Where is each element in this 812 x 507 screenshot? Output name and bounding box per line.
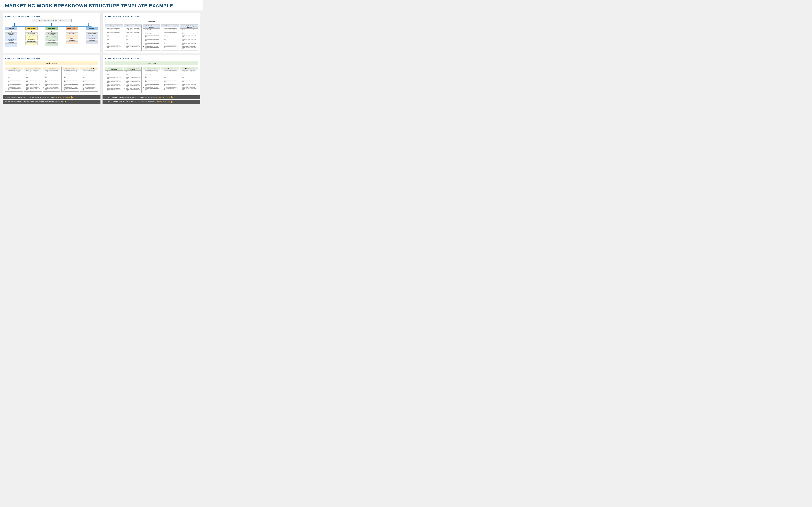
sub-newsletter: Newsletter [66, 42, 78, 44]
col-body-tv: Provide details to communicate specific … [80, 69, 98, 92]
col-header-social-camp: Social Media Campaigns [24, 67, 42, 69]
branch-media: Media Planning Ad Campaigns Social Media… [26, 27, 38, 45]
activity3-col-engage-influencers: Engage Influencers Provide details to co… [180, 67, 198, 93]
sub-engage-followers: Engage Followers [46, 42, 58, 44]
footer-activity3-plain: EXAMPLE MARKETING CAMPAIGN WORK BREAKDOW… [105, 97, 155, 98]
col-header-manage-social: Manage Social Media Accounts [124, 67, 141, 71]
footer-activity3-highlight: ACTIVITY 3, TASKS [156, 97, 169, 98]
sub-ad-campaigns: Ad Campaigns [26, 33, 38, 35]
footer-activity2-highlight: ACTIVITY 2, TASKS [56, 97, 70, 98]
activity3-col-manage: Manage Social Media Accounts Provide det… [124, 67, 142, 93]
footer-activity2: EXAMPLE MARKETING CAMPAIGN WORK BREAKDOW… [3, 95, 100, 99]
activity3-col-develop: Develop Content Provide details to commu… [143, 67, 160, 93]
col-body-digital: Provide details to communicate specific … [62, 69, 79, 92]
sub-analyze-consumer: Analyze Consumer Behavior [5, 38, 17, 41]
col-header-platforms: Identify Marketing Platforms [180, 25, 198, 29]
col-header-develop-content: Develop Content [143, 67, 160, 69]
col-body-poll: Provide details to communicate specific … [161, 27, 179, 49]
sub-digital-campaigns: Digital Campaigns [26, 41, 38, 43]
quadrant-activity1: MARKETING CAMPAIGN PROJECT BETA Research… [103, 13, 200, 53]
sub-email-marketing: Email Marketing [66, 40, 78, 42]
wbs-root-box: MARKETING CAMPAIGN PROJECT BETA [32, 19, 71, 22]
branch-label-social: Social Media [46, 27, 58, 30]
col-header-assess: Assess Competition [124, 25, 141, 27]
branch-label-research: Research [5, 27, 17, 30]
col-body-identify: Provide details to communicate specific … [105, 27, 123, 49]
col-header-poll: Poll Audience [161, 25, 179, 27]
footer-triangle-overview [65, 100, 66, 103]
branch-label-reporting: Reporting [86, 27, 98, 30]
col-body-engage-followers: Provide details to communicate specific … [161, 69, 179, 92]
col-body-assess: Provide details to communicate specific … [124, 27, 141, 49]
branch-social: Social Media Create Social Media Account… [46, 27, 58, 46]
branch-content: Content Creation Blog Posts Infographics… [66, 27, 78, 44]
quadrant-overview: MARKETING CAMPAIGN PROJECT BETA MARKETIN… [3, 13, 100, 53]
sub-manage-social: Manage Social Media Accounts [46, 36, 58, 39]
sub-client-meeting: Client Meeting [86, 37, 98, 39]
col-header-ad: Ad Campaigns [5, 67, 23, 69]
activity1-header: MARKETING CAMPAIGN PROJECT BETA [105, 16, 198, 17]
sub-social-media-campaigns: Social Media Campaigns [26, 35, 38, 38]
quadrant-activity2: MARKETING CAMPAIGN PROJECT BETA Media Pl… [3, 55, 100, 95]
col-header-engage-influencers: Engage Influencers [180, 67, 198, 69]
col-body-develop-content: Provide details to communicate specific … [143, 69, 160, 92]
sub-videos: Videos [66, 37, 78, 39]
sub-tv-radio: TV/Radio Campaigns [26, 43, 38, 45]
footer-activity2-plain: EXAMPLE MARKETING CAMPAIGN WORK BREAKDOW… [5, 97, 55, 98]
activity1-section-header: Research [105, 19, 198, 23]
wbs-root-container: MARKETING CAMPAIGN PROJECT BETA [5, 19, 98, 22]
col-body-analyze: Provide details to communicate specific … [143, 29, 160, 51]
branch-research: Research Identify Target Audience Assess… [5, 27, 17, 47]
wbs-overview-diagram: MARKETING CAMPAIGN PROJECT BETA Research [5, 19, 98, 47]
sub-survey-audience: Survey Audience [86, 33, 98, 35]
activity2-col-digital: Digital Campaigns Provide details to com… [61, 67, 79, 92]
activity1-col-assess: Assess Competition Provide details to co… [124, 24, 142, 51]
branch-reporting: Reporting Survey Audience Survey Client … [86, 27, 98, 44]
sub-identify-target: Identify Target Audience [5, 33, 17, 36]
col-header-identify: Identify Target Audience [105, 25, 123, 27]
sub-print-campaigns: Print Campaigns [26, 38, 38, 40]
col-body-create-social: Provide details to communicate specific … [105, 71, 123, 93]
col-body-ad: Provide details to communicate specific … [5, 69, 23, 92]
activity1-col-analyze: Analyze Consumer Behavior Provide detail… [143, 24, 160, 51]
col-header-digital: Digital Campaigns [62, 67, 79, 69]
activity2-col-social: Social Media Campaigns Provide details t… [24, 67, 42, 92]
footer-triangle-activity2 [71, 96, 73, 99]
branch-label-content: Content Creation [66, 27, 78, 30]
footer-triangle-activity1 [171, 100, 173, 103]
activity1-columns: Identify Target Audience Provide details… [105, 24, 198, 51]
col-header-analyze: Analyze Consumer Behavior [143, 25, 160, 29]
activity3-col-engage-followers: Engage Followers Provide details to comm… [161, 67, 179, 93]
col-body-engage-influencers: Provide details to communicate specific … [180, 69, 198, 92]
activity1-col-poll: Poll Audience Provide details to communi… [161, 24, 179, 51]
sub-debrief: Debrief [86, 42, 98, 44]
sub-poll-audience: Poll Audience [5, 42, 17, 44]
activity3-col-create: Create Social Media Accounts Provide det… [105, 67, 123, 93]
col-body-platforms: Provide details to communicate specific … [180, 29, 198, 51]
activity2-section-header: Media Planning [5, 61, 98, 65]
sub-infographics: Infographics [66, 35, 78, 37]
footer-activity3: EXAMPLE MARKETING CAMPAIGN WORK BREAKDOW… [103, 95, 200, 99]
overview-header: MARKETING CAMPAIGN PROJECT BETA [5, 16, 98, 17]
footer-activity1-highlight: ACTIVITY 1, TASKS [156, 101, 169, 103]
footer-activity1-plain: EXAMPLE MARKETING CAMPAIGN WORK BREAKDOW… [105, 101, 155, 103]
sub-engage-influencers: Engage Influencers [46, 44, 58, 46]
sub-identity-marketing: Identity Marketing Platforms [5, 44, 17, 47]
activity3-columns: Create Social Media Accounts Provide det… [105, 67, 198, 93]
activity2-col-ad: Ad Campaigns Provide details to communic… [5, 67, 23, 92]
col-header-engage-followers: Engage Followers [161, 67, 179, 69]
activity1-col-identify: Identify Target Audience Provide details… [105, 24, 123, 51]
activity3-section-header: Social Media [105, 61, 198, 65]
quadrant-activity3: MARKETING CAMPAIGN PROJECT BETA Social M… [103, 55, 200, 95]
page-title: MARKETING WORK BREAKDOWN STRUCTURE TEMPL… [0, 0, 203, 10]
sub-create-social: Create Social Media Accounts [46, 33, 58, 36]
activity2-columns: Ad Campaigns Provide details to communic… [5, 67, 98, 92]
col-header-print: Print Campaigns [43, 67, 60, 69]
sub-blog-posts: Blog Posts [66, 33, 78, 35]
branch-label-media: Media Planning [26, 27, 38, 30]
activity2-col-tv: TV/Radio Campaigns Provide details to co… [80, 67, 98, 92]
sub-presentation: Presentation [86, 40, 98, 42]
col-header-create-social: Create Social Media Accounts [105, 67, 123, 71]
sub-survey-client: Survey Client [86, 35, 98, 37]
sub-develop-content: Develop Content [46, 39, 58, 41]
